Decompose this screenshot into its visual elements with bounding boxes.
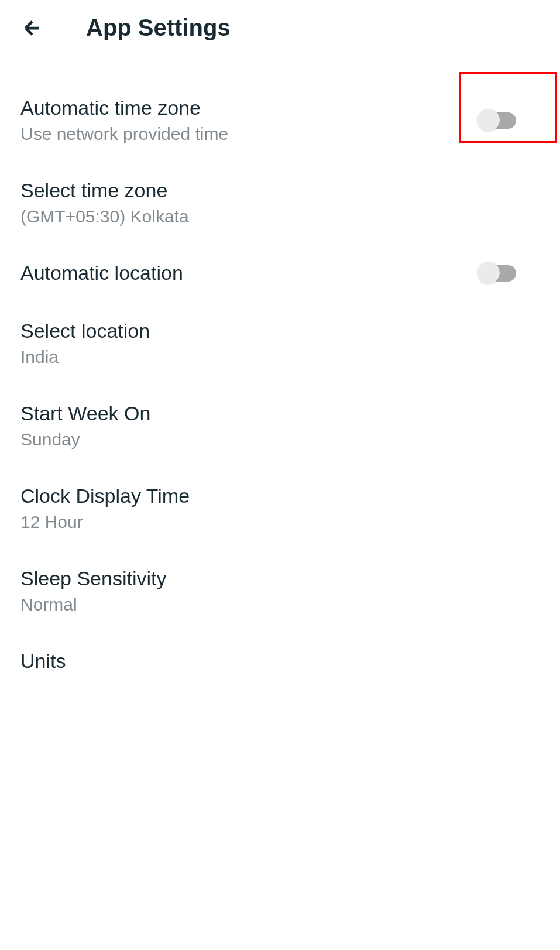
setting-select-location[interactable]: Select location India bbox=[20, 302, 540, 385]
setting-sublabel: (GMT+05:30) Kolkata bbox=[20, 207, 189, 227]
setting-start-week-on[interactable]: Start Week On Sunday bbox=[20, 385, 540, 467]
setting-text: Start Week On Sunday bbox=[20, 402, 150, 450]
setting-select-time-zone[interactable]: Select time zone (GMT+05:30) Kolkata bbox=[20, 162, 540, 244]
toggle-knob bbox=[477, 262, 500, 284]
setting-text: Select location India bbox=[20, 320, 150, 367]
header: App Settings bbox=[0, 0, 560, 56]
automatic-time-zone-toggle[interactable] bbox=[480, 112, 516, 129]
back-arrow-icon[interactable] bbox=[20, 16, 44, 40]
setting-text: Units bbox=[20, 650, 66, 673]
setting-label: Start Week On bbox=[20, 402, 150, 425]
setting-units[interactable]: Units bbox=[20, 632, 540, 690]
setting-text: Automatic location bbox=[20, 262, 183, 284]
setting-text: Automatic time zone Use network provided… bbox=[20, 97, 228, 144]
setting-label: Sleep Sensitivity bbox=[20, 567, 166, 590]
setting-clock-display-time[interactable]: Clock Display Time 12 Hour bbox=[20, 467, 540, 550]
setting-label: Select time zone bbox=[20, 179, 189, 202]
setting-label: Units bbox=[20, 650, 66, 673]
setting-text: Clock Display Time 12 Hour bbox=[20, 485, 190, 532]
toggle-wrap bbox=[456, 112, 540, 129]
setting-automatic-time-zone[interactable]: Automatic time zone Use network provided… bbox=[20, 79, 540, 162]
setting-text: Select time zone (GMT+05:30) Kolkata bbox=[20, 179, 189, 227]
settings-list: Automatic time zone Use network provided… bbox=[0, 56, 560, 690]
toggle-wrap bbox=[456, 265, 540, 282]
setting-sleep-sensitivity[interactable]: Sleep Sensitivity Normal bbox=[20, 550, 540, 632]
highlight-box bbox=[459, 72, 557, 143]
setting-sublabel: Use network provided time bbox=[20, 124, 228, 144]
setting-sublabel: 12 Hour bbox=[20, 512, 190, 532]
toggle-knob bbox=[477, 109, 500, 131]
setting-sublabel: Normal bbox=[20, 595, 166, 615]
setting-label: Select location bbox=[20, 320, 150, 342]
setting-label: Automatic location bbox=[20, 262, 183, 284]
automatic-location-toggle[interactable] bbox=[480, 265, 516, 282]
setting-label: Clock Display Time bbox=[20, 485, 190, 507]
page-title: App Settings bbox=[86, 15, 231, 41]
setting-sublabel: Sunday bbox=[20, 430, 150, 450]
setting-text: Sleep Sensitivity Normal bbox=[20, 567, 166, 615]
setting-sublabel: India bbox=[20, 347, 150, 367]
setting-automatic-location[interactable]: Automatic location bbox=[20, 244, 540, 302]
setting-label: Automatic time zone bbox=[20, 97, 228, 119]
